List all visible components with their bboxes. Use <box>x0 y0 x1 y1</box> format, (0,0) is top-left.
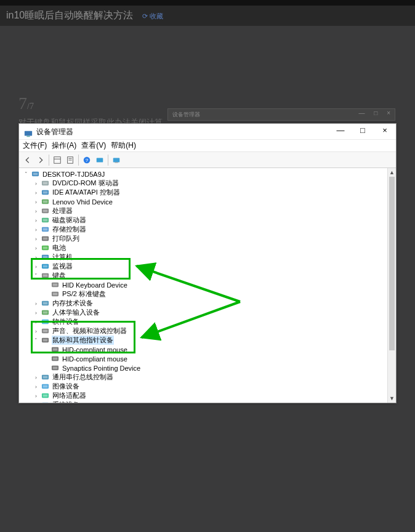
tree-tail-0[interactable]: › 通用串行总线控制器 <box>19 373 387 382</box>
expand-icon[interactable]: › <box>33 401 39 403</box>
expand-icon[interactable]: › <box>33 328 39 334</box>
properties-button[interactable] <box>64 154 76 166</box>
menu-help[interactable]: 帮助(H) <box>111 140 136 151</box>
tree-item-label: 图像设备 <box>52 382 80 391</box>
show-hide-button[interactable] <box>51 154 63 166</box>
tree-tail-2[interactable]: › 网络适配器 <box>19 391 387 400</box>
step-number: 7/7 <box>18 94 34 113</box>
maximize-button[interactable]: □ <box>352 124 374 140</box>
tree-cat-1[interactable]: › IDE ATA/ATAPI 控制器 <box>19 188 387 197</box>
tree-item-label: 内存技术设备 <box>52 299 94 308</box>
svg-rect-47 <box>42 330 47 332</box>
tree-cat-3[interactable]: › 处理器 <box>19 206 387 216</box>
tree-cat-0[interactable]: › DVD/CD-ROM 驱动器 <box>19 179 387 188</box>
tree-cat-9[interactable]: › 监视器 <box>19 262 387 271</box>
expand-icon[interactable]: ˅ <box>33 337 39 344</box>
window-title: 设备管理器 <box>36 124 329 140</box>
expand-icon[interactable]: › <box>33 263 39 270</box>
svg-rect-0 <box>25 131 32 135</box>
expand-icon[interactable] <box>42 291 49 297</box>
svg-rect-1 <box>26 135 30 137</box>
expand-icon[interactable]: › <box>33 392 39 399</box>
expand-icon[interactable]: › <box>33 309 39 316</box>
svg-rect-10 <box>113 158 120 162</box>
device-tree[interactable]: ˅ DESKTOP-TJD5A9J › DVD/CD-ROM 驱动器 › IDE… <box>19 168 387 403</box>
tree-cat-8[interactable]: › 计算机 <box>19 252 387 262</box>
expand-icon[interactable]: › <box>33 180 39 187</box>
expand-icon[interactable]: ˅ <box>23 171 30 177</box>
mini-preview-ctl: — □ × <box>359 110 394 116</box>
kbd-icon <box>50 281 59 289</box>
scroll-up-icon[interactable]: ▲ <box>388 168 396 177</box>
tree-cat-7[interactable]: › 电池 <box>19 243 387 252</box>
svg-rect-9 <box>97 158 103 162</box>
mem-icon <box>41 299 49 308</box>
expand-icon[interactable]: › <box>33 226 39 233</box>
expand-icon[interactable]: › <box>33 189 39 196</box>
tree-tail-3[interactable]: › 系统设备 <box>19 400 387 403</box>
svg-rect-41 <box>42 302 47 305</box>
expand-icon[interactable]: › <box>33 244 39 251</box>
hid-icon <box>41 198 49 206</box>
tree-cat-2[interactable]: › Lenovo Vhid Device <box>19 197 387 206</box>
expand-icon[interactable] <box>42 346 49 353</box>
expand-icon[interactable]: › <box>33 383 39 390</box>
scroll-thumb[interactable] <box>389 177 395 350</box>
bookmark-link[interactable]: ⟳ 收藏 <box>142 12 163 20</box>
tree-item-label: HID Keyboard Device <box>62 281 128 289</box>
tree-tail-1[interactable]: › 图像设备 <box>19 382 387 391</box>
tree-keyboard-1[interactable]: PS/2 标准键盘 <box>19 289 387 299</box>
tree-mouse-0[interactable]: HID-compliant mouse <box>19 345 387 354</box>
scrollbar[interactable]: ▲ ▼ <box>387 168 396 403</box>
tree-mouse-1[interactable]: HID-compliant mouse <box>19 354 387 363</box>
devices-by-type-button[interactable] <box>110 154 123 166</box>
scan-button[interactable] <box>94 154 106 166</box>
tree-cat-5[interactable]: › 存储控制器 <box>19 225 387 234</box>
tree-cat-keyboard[interactable]: ˅ 键盘 <box>19 271 387 280</box>
forward-button[interactable] <box>34 154 47 166</box>
menu-view[interactable]: 查看(V) <box>81 140 106 151</box>
soft-icon <box>41 318 49 326</box>
expand-icon[interactable]: › <box>33 198 39 205</box>
menu-action[interactable]: 操作(A) <box>52 140 76 151</box>
tree-item-label: 键盘 <box>52 271 66 280</box>
expand-icon[interactable]: › <box>33 254 39 260</box>
expand-icon[interactable]: ˅ <box>33 272 39 279</box>
help-toolbar-button[interactable]: ? <box>81 154 93 166</box>
batt-icon <box>41 244 49 252</box>
tree-cat-mouse[interactable]: ˅ 鼠标和其他指针设备 <box>19 336 387 345</box>
scroll-down-icon[interactable]: ▼ <box>388 394 396 403</box>
tree-mid-1[interactable]: › 人体学输入设备 <box>19 308 387 317</box>
tree-mid-0[interactable]: › 内存技术设备 <box>19 299 387 308</box>
close-button[interactable]: × <box>374 124 396 140</box>
svg-rect-57 <box>42 376 47 379</box>
tree-item-label: 打印队列 <box>52 234 80 243</box>
tree-item-label: 系统设备 <box>52 400 80 403</box>
tree-cat-6[interactable]: › 打印队列 <box>19 234 387 243</box>
svg-rect-25 <box>42 228 47 231</box>
svg-rect-59 <box>42 385 47 388</box>
tree-item-label: Lenovo Vhid Device <box>52 198 113 206</box>
tree-mid-3[interactable]: › 声音、视频和游戏控制器 <box>19 326 387 336</box>
tree-cat-4[interactable]: › 磁盘驱动器 <box>19 216 387 225</box>
expand-icon[interactable]: › <box>33 208 39 214</box>
mini-preview-title: 设备管理器 <box>172 111 200 119</box>
expand-icon[interactable]: › <box>33 217 39 224</box>
expand-icon[interactable]: › <box>33 300 39 307</box>
expand-icon[interactable] <box>42 365 49 371</box>
expand-icon[interactable]: › <box>33 235 39 242</box>
expand-icon[interactable]: › <box>33 318 39 325</box>
minimize-button[interactable]: — <box>329 124 352 140</box>
expand-icon[interactable]: › <box>33 374 39 381</box>
tree-mid-2[interactable]: › 软件设备 <box>19 317 387 326</box>
tree-keyboard-0[interactable]: HID Keyboard Device <box>19 280 387 289</box>
mouse-icon <box>41 336 49 345</box>
expand-icon[interactable] <box>42 355 49 362</box>
tree-root[interactable]: ˅ DESKTOP-TJD5A9J <box>19 169 387 179</box>
svg-text:?: ? <box>86 157 89 163</box>
expand-icon[interactable] <box>42 281 49 288</box>
back-button[interactable] <box>22 154 34 166</box>
menu-file[interactable]: 文件(F) <box>23 140 47 151</box>
tree-mouse-2[interactable]: Synaptics Pointing Device <box>19 363 387 373</box>
tree-item-label: 电池 <box>52 243 66 252</box>
